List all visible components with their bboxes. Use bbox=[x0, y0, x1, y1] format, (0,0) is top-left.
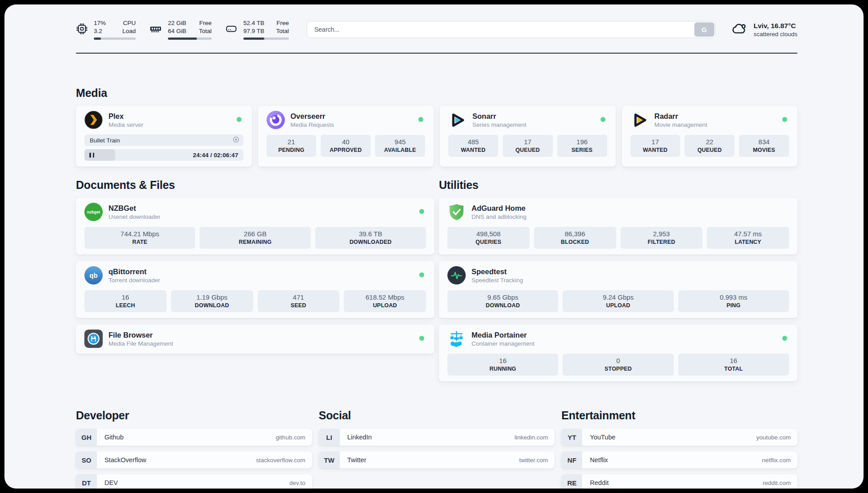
bookmark-url: github.com bbox=[276, 434, 312, 441]
memory-usage-widget: 22 GiB 64 GiB Free Total bbox=[149, 19, 212, 40]
bookmark-url: reddit.com bbox=[763, 480, 797, 486]
bookmark-github[interactable]: GH Github github.com bbox=[76, 429, 312, 446]
bookmark-twitter[interactable]: TW Twitter twitter.com bbox=[319, 451, 555, 468]
app-name: Plex bbox=[108, 112, 143, 121]
now-playing-title: Bullet Train bbox=[90, 137, 233, 144]
stat-box: 0.993 msPING bbox=[678, 290, 789, 312]
section-title-documents: Documents & Files bbox=[76, 179, 434, 192]
bookmark-name: Netflix bbox=[590, 456, 608, 464]
app-card-radarr[interactable]: Radarr Movie management 17WANTED 22QUEUE… bbox=[622, 106, 798, 167]
search-bar: G bbox=[307, 21, 716, 38]
bookmark-netflix[interactable]: NF Netflix netflix.com bbox=[561, 451, 797, 468]
status-dot bbox=[601, 117, 605, 122]
app-card-adguard[interactable]: AdGuard Home DNS and adblocking 498,508Q… bbox=[439, 198, 797, 255]
bookmark-abbr: RE bbox=[561, 474, 582, 489]
search-engine-button[interactable]: G bbox=[694, 22, 714, 37]
app-name: Radarr bbox=[655, 112, 708, 121]
bookmark-url: twitter.com bbox=[519, 457, 555, 464]
bookmark-url: dev.to bbox=[289, 480, 312, 486]
app-name: Media Portainer bbox=[472, 330, 534, 340]
app-subtitle: Media Requests bbox=[291, 121, 334, 128]
memory-icon bbox=[149, 22, 162, 37]
app-subtitle: Series management bbox=[472, 121, 526, 128]
stat-box: 17WANTED bbox=[630, 135, 680, 157]
bookmark-stackoverflow[interactable]: SO StackOverflow stackoverflow.com bbox=[76, 451, 312, 468]
sonarr-icon bbox=[448, 111, 467, 129]
app-card-plex[interactable]: Plex Media server Bullet Train bbox=[76, 106, 252, 167]
playback-time: 24:44 / 02:06:47 bbox=[193, 152, 238, 159]
status-dot bbox=[237, 117, 242, 122]
bookmark-name: Github bbox=[104, 434, 124, 441]
stat-box: 266 GBREMAINING bbox=[200, 227, 310, 249]
app-card-qbittorrent[interactable]: qb qBittorrent Torrent downloader 16LEEC… bbox=[76, 261, 434, 318]
app-name: Sonarr bbox=[472, 112, 526, 121]
bookmark-abbr: SO bbox=[76, 451, 97, 468]
bookmark-url: youtube.com bbox=[756, 434, 797, 441]
bookmark-name: Twitter bbox=[347, 456, 367, 464]
bookmark-abbr: TW bbox=[319, 451, 340, 468]
dashboard-panel: 17% 3.2 CPU Load bbox=[4, 4, 864, 489]
overseerr-icon bbox=[267, 111, 285, 129]
disk-total-value: 97.9 TB bbox=[243, 27, 264, 35]
app-card-overseerr[interactable]: Overseerr Media Requests 21PENDING 40APP… bbox=[258, 106, 434, 167]
section-title-developer: Developer bbox=[76, 409, 312, 422]
cloud-icon bbox=[731, 20, 748, 39]
section-title-entertainment: Entertainment bbox=[561, 409, 797, 422]
search-input[interactable] bbox=[307, 21, 716, 38]
bookmark-dev[interactable]: DT DEV dev.to bbox=[76, 474, 312, 489]
cpu-label: CPU bbox=[122, 19, 136, 27]
section-title-media: Media bbox=[76, 87, 797, 100]
app-card-nzbget[interactable]: nzbget NZBGet Usenet downloader 744.21 M… bbox=[76, 198, 434, 255]
app-name: qBittorrent bbox=[108, 267, 160, 276]
bookmark-abbr: LI bbox=[319, 429, 340, 446]
app-name: NZBGet bbox=[108, 204, 160, 213]
disk-free-value: 52.4 TB bbox=[243, 19, 264, 27]
stat-box: 471SEED bbox=[258, 290, 340, 312]
memory-total-label: Total bbox=[199, 27, 212, 35]
status-dot bbox=[782, 336, 787, 341]
bookmark-url: linkedin.com bbox=[514, 434, 555, 441]
stat-box: 945AVAILABLE bbox=[375, 135, 425, 157]
app-name: File Browser bbox=[108, 330, 173, 340]
app-subtitle: Torrent downloader bbox=[108, 277, 160, 284]
bookmark-name: YouTube bbox=[590, 434, 615, 441]
app-card-filebrowser[interactable]: File Browser Media File Management bbox=[76, 325, 434, 354]
app-card-sonarr[interactable]: Sonarr Series management 485WANTED 17QUE… bbox=[440, 106, 616, 167]
app-card-speedtest[interactable]: Speedtest Speedtest Tracking 9.65 GbpsDO… bbox=[439, 261, 797, 318]
bookmark-abbr: DT bbox=[76, 474, 97, 489]
topbar-divider bbox=[76, 53, 797, 54]
section-title-utilities: Utilities bbox=[439, 179, 797, 192]
bookmark-linkedin[interactable]: LI LinkedIn linkedin.com bbox=[319, 429, 555, 446]
session-icon[interactable] bbox=[233, 136, 239, 145]
stat-box: 16LEECH bbox=[84, 290, 167, 312]
weather-condition: scattered clouds bbox=[754, 31, 797, 38]
weather-location-temp: Lviv, 16.87°C bbox=[754, 21, 797, 31]
memory-free-label: Free bbox=[199, 19, 212, 27]
stat-box: 22QUEUED bbox=[684, 135, 734, 157]
status-dot bbox=[418, 117, 423, 122]
playback-progress-bar: 24:44 / 02:06:47 bbox=[84, 149, 243, 161]
stat-box: 2,953FILTERED bbox=[621, 227, 703, 249]
stat-box: 16RUNNING bbox=[447, 354, 558, 376]
speedtest-icon bbox=[447, 266, 466, 284]
plex-icon bbox=[84, 111, 103, 129]
stat-box: 834MOVIES bbox=[739, 135, 789, 157]
app-name: Overseerr bbox=[291, 112, 334, 121]
app-card-portainer[interactable]: Media Portainer Container management 16R… bbox=[439, 325, 797, 381]
stat-box: 40APPROVED bbox=[321, 135, 371, 157]
portainer-icon bbox=[447, 330, 466, 348]
bookmark-youtube[interactable]: YT YouTube youtube.com bbox=[561, 429, 797, 446]
hard-drive-icon bbox=[225, 22, 238, 37]
bookmark-abbr: GH bbox=[76, 429, 97, 446]
pause-icon[interactable] bbox=[89, 153, 94, 158]
bookmark-reddit[interactable]: RE Reddit reddit.com bbox=[561, 474, 797, 489]
bookmark-name: StackOverflow bbox=[104, 456, 146, 464]
cpu-progress-bar bbox=[94, 38, 136, 40]
radarr-icon bbox=[630, 111, 649, 129]
app-name: AdGuard Home bbox=[472, 204, 526, 213]
app-subtitle: Media server bbox=[108, 121, 143, 128]
status-dot bbox=[419, 272, 424, 277]
status-dot bbox=[419, 209, 424, 214]
app-subtitle: Usenet downloader bbox=[108, 213, 160, 220]
bookmark-name: Reddit bbox=[590, 479, 609, 486]
